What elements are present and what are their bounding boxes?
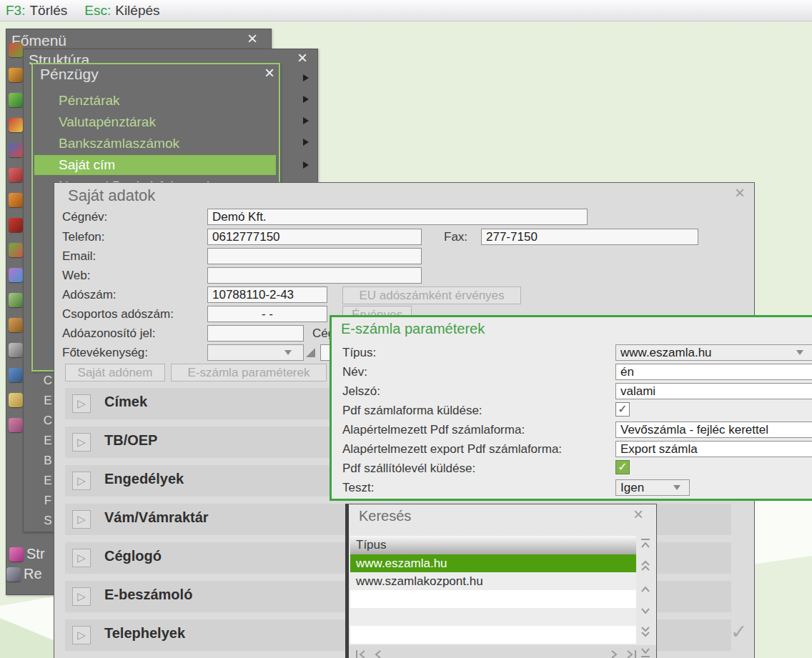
app-icon[interactable] [9, 218, 23, 232]
close-icon[interactable]: × [633, 507, 643, 522]
scroll-page-down-icon[interactable] [639, 626, 652, 639]
confirm-check-icon[interactable]: ✓ [731, 620, 747, 644]
app-icon[interactable] [9, 268, 23, 282]
menu-item-selected[interactable]: Saját cím [34, 155, 276, 175]
web-input[interactable] [207, 267, 422, 284]
sajat-adonem-button[interactable]: Saját adónem [65, 364, 165, 382]
result-row-empty[interactable] [350, 590, 636, 608]
menu-item-initial[interactable]: F [43, 494, 53, 508]
scroll-to-bottom-icon[interactable] [639, 646, 652, 658]
app-icon[interactable] [9, 393, 23, 407]
menu-item-initial[interactable]: E [43, 394, 53, 408]
app-icon[interactable] [9, 43, 23, 57]
menu-item-struktura[interactable]: Str [26, 546, 45, 562]
section-label: E-beszámoló [104, 587, 192, 603]
app-icon[interactable] [9, 118, 23, 132]
scroll-to-top-icon[interactable] [639, 537, 652, 550]
menu-item[interactable]: Bankszámlaszámok [34, 134, 276, 154]
column-header-tipus[interactable]: Típus [350, 536, 636, 554]
submenu-arrow-icon[interactable] [303, 96, 309, 103]
menu-item[interactable]: Pénztárak [34, 91, 276, 111]
app-icon[interactable] [9, 243, 23, 257]
scroll-page-up-icon[interactable] [639, 559, 652, 572]
expand-icon[interactable]: ▷ [72, 587, 91, 606]
expand-icon[interactable]: ▷ [72, 472, 91, 490]
email-input[interactable] [207, 248, 422, 264]
dropdown-arrow-icon [796, 350, 803, 355]
menu-item-initial[interactable]: E [43, 434, 53, 448]
expand-icon[interactable]: ▷ [72, 394, 91, 413]
adoazonosito-input[interactable] [207, 325, 304, 342]
scroll-to-end-icon[interactable] [625, 648, 638, 658]
app-icon[interactable] [9, 318, 23, 332]
section-label: Telephelyek [104, 625, 185, 642]
telefon-input[interactable] [207, 229, 422, 245]
app-icon[interactable] [9, 343, 23, 357]
menu-item-initial[interactable]: B [43, 454, 53, 468]
menu-item-initial[interactable]: C [43, 414, 53, 428]
submenu-arrow-icon[interactable] [303, 139, 309, 146]
app-icon[interactable] [9, 68, 23, 82]
scroll-left-icon[interactable] [372, 648, 385, 658]
menu-item-initial[interactable]: E [43, 474, 53, 488]
rendszer-gear-icon[interactable] [6, 567, 21, 582]
field-label: Fax: [444, 229, 467, 245]
close-icon[interactable]: × [297, 51, 307, 65]
cegnev-input[interactable] [207, 209, 588, 225]
scroll-right-icon[interactable] [608, 648, 620, 658]
expand-icon[interactable]: ▷ [72, 433, 91, 452]
window-kereses: Keresés × Típus www.eszamla.hu www.szaml… [345, 504, 657, 658]
expand-icon[interactable]: ▷ [72, 626, 91, 644]
submenu-arrow-icon[interactable] [303, 74, 309, 81]
eu-adoszam-button[interactable]: EU adószámként érvényes [342, 286, 521, 304]
field-label: Jelszó: [342, 383, 380, 399]
menu-item-initial[interactable]: C [43, 374, 53, 388]
menu-item-initial[interactable]: S [43, 514, 53, 528]
result-row-empty[interactable] [350, 608, 636, 626]
scroll-down-icon[interactable] [639, 604, 652, 617]
nev-input[interactable] [615, 364, 812, 380]
pdf-kuldes-checkbox[interactable]: ✓ [615, 402, 630, 417]
submenu-arrow-icon[interactable] [303, 161, 309, 169]
adoszam-input[interactable] [207, 286, 327, 303]
expand-icon[interactable]: ▷ [72, 549, 91, 567]
csoportos-adoszam-input[interactable] [207, 306, 327, 322]
window-title: Saját adatok [68, 186, 155, 205]
result-row-selected[interactable]: www.eszamla.hu [350, 554, 636, 572]
dropdown-arrow-icon [284, 350, 292, 355]
field-label: Alapértelmezett export Pdf számlaforma: [342, 441, 562, 457]
eszamla-parameterek-button[interactable]: E-számla paraméterek [171, 364, 327, 382]
szallitolevel-checkbox[interactable]: ✓ [615, 460, 630, 474]
app-icon[interactable] [9, 93, 23, 107]
close-icon[interactable]: × [264, 66, 274, 80]
app-icon[interactable] [9, 418, 23, 432]
struktura-menu-icon[interactable] [9, 547, 24, 562]
app-icon[interactable] [9, 193, 23, 207]
scroll-to-start-icon[interactable] [355, 648, 367, 658]
field-label: Csoportos adószám: [62, 306, 174, 322]
app-icon[interactable] [9, 143, 23, 157]
jelszo-input[interactable] [615, 383, 812, 399]
field-label: Web: [62, 267, 90, 284]
app-icon[interactable] [9, 293, 23, 307]
expand-icon[interactable]: ▷ [72, 510, 91, 529]
result-row-empty[interactable] [350, 626, 636, 644]
menu-item[interactable]: Valutapénztárak [34, 112, 276, 132]
scroll-up-icon[interactable] [639, 583, 652, 596]
section-label: Céglogó [104, 548, 162, 564]
tipus-dropdown[interactable]: www.eszamla.hu [615, 344, 812, 361]
field-label: Telefon: [62, 229, 105, 245]
resize-grip-icon[interactable] [306, 348, 315, 357]
section-label: Címek [104, 394, 147, 410]
app-icon[interactable] [9, 368, 23, 382]
menu-item-rendszer[interactable]: Re [24, 566, 42, 582]
submenu-arrow-icon[interactable] [303, 117, 309, 124]
close-icon[interactable]: × [735, 186, 745, 200]
alap-export-input[interactable] [615, 441, 812, 457]
close-icon[interactable]: × [247, 31, 257, 46]
field-label: Teszt: [342, 479, 374, 496]
app-icon[interactable] [9, 168, 23, 182]
result-row[interactable]: www.szamlakozpont.hu [350, 572, 636, 590]
fax-input[interactable] [481, 229, 698, 245]
alap-pdf-input[interactable] [615, 422, 812, 438]
